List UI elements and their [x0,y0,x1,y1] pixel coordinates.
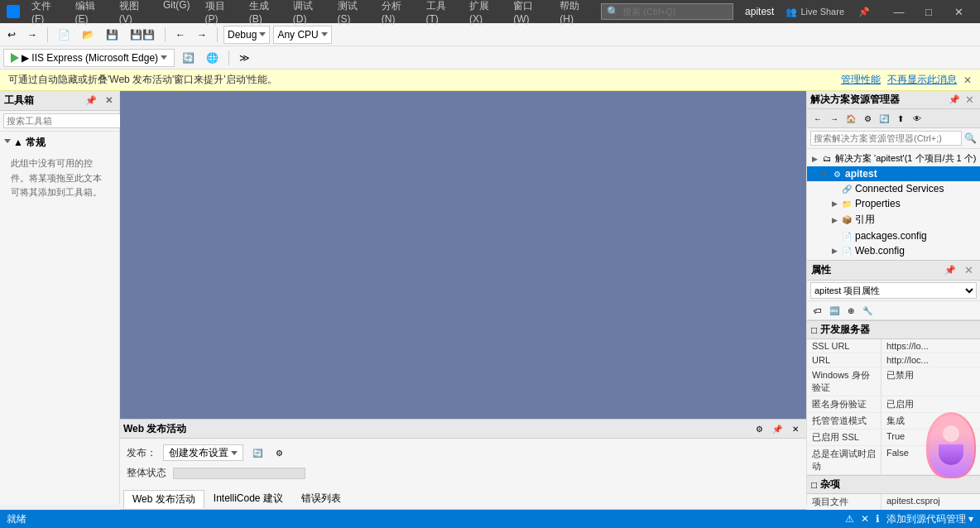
menu-git[interactable]: Git(G) [156,0,197,26]
menu-project[interactable]: 项目(P) [199,0,241,26]
menu-window[interactable]: 窗口(W) [507,0,551,26]
se-pkg-label: packages.config [855,230,927,242]
save-all-button[interactable]: 💾💾 [126,26,159,44]
bp-publish-row: 发布： 创建发布设置 🔄 ⚙ [127,442,800,463]
bp-overall-label: 整体状态 [127,466,166,480]
se-home-button[interactable]: 🏠 [843,111,858,126]
status-warning-icon: ⚠ [845,513,854,525]
global-search-box[interactable]: 🔍 [601,3,733,20]
se-references-node[interactable]: ▶ 📦 引用 [807,211,980,228]
se-web-config[interactable]: ▶ 📄 Web.config [807,243,980,258]
se-solution-icon: 🗂 [821,153,833,165]
toolbar-separator-3 [217,27,218,42]
props-object-select[interactable]: apitest 项目属性 [810,282,977,299]
browser-picker-button[interactable]: 🌐 [202,49,223,67]
props-delete-btn[interactable]: 🔧 [860,303,875,318]
se-search-input[interactable] [810,131,962,146]
tab-web-publish[interactable]: Web 发布活动 [123,490,204,508]
se-connected-services[interactable]: 🔗 Connected Services [807,181,980,196]
refresh-button[interactable]: 🔄 [178,49,199,67]
close-button[interactable]: ✕ [944,0,973,23]
menu-debug[interactable]: 调试(D) [286,0,329,26]
undo-button[interactable]: ↩ [3,26,20,44]
props-pin-button[interactable]: 📌 [942,264,958,276]
infobar-close-button[interactable]: ✕ [963,74,972,86]
open-button[interactable]: 📂 [78,26,98,44]
se-web-label: Web.config [855,245,905,257]
tab-error-list[interactable]: 错误列表 [292,489,350,507]
bp-close-button[interactable]: ✕ [788,421,803,436]
se-project-node[interactable]: ▼ ⚙ apitest [807,166,980,181]
menu-extensions[interactable]: 扩展(X) [463,0,505,26]
dismiss-link[interactable]: 不再显示此消息 [887,73,957,87]
bp-settings-button[interactable]: ⚙ [752,421,766,436]
search-input[interactable] [622,7,713,17]
pin-button[interactable]: 📌 [856,6,872,18]
props-close-button[interactable]: ✕ [962,263,976,277]
menu-test[interactable]: 测试(S) [331,0,373,26]
prop-ssl-url-name: SSL URL [807,339,882,353]
new-file-button[interactable]: 📄 [54,26,74,44]
live-share-label: Live Share [800,7,844,17]
bp-progress-bar [173,468,305,479]
se-settings-button[interactable]: ⚙ [860,111,875,126]
toolbox-close-button[interactable]: ✕ [103,94,115,107]
back-button[interactable]: ← [171,26,190,44]
live-share-button[interactable]: 👥 Live Share [779,2,851,21]
run-button[interactable]: ▶ IIS Express (Microsoft Edge) [3,49,175,67]
prop-ssl-enabled-name: 已启用 SSL [807,430,882,445]
maximize-button[interactable]: □ [914,0,944,23]
props-new-btn[interactable]: ⊕ [843,303,858,318]
prop-row-win-auth: Windows 身份验证 已禁用 [807,367,980,396]
se-close-button[interactable]: ✕ [963,93,977,107]
menu-file[interactable]: 文件(F) [25,0,67,26]
se-project-label: apitest [845,168,877,180]
menu-help[interactable]: 帮助(H) [553,0,596,26]
props-category-view-btn[interactable]: 🏷 [810,303,825,318]
add-to-source-control[interactable]: 添加到源代码管理 ▾ [886,512,973,526]
se-solution-root[interactable]: ▶ 🗂 解决方案 'apitest'(1 个项目/共 1 个) [807,151,980,166]
se-pin-button[interactable]: 📌 [946,94,963,106]
toolbox-search-input[interactable] [3,113,124,128]
info-bar: 可通过自动隐藏或折叠'Web 发布活动'窗口来提升'启动'性能。 管理性能 不再… [0,70,980,91]
bp-refresh-button[interactable]: 🔄 [250,445,265,460]
props-section-devserver-label: 开发服务器 [820,323,870,337]
app-icon [7,5,20,18]
save-button[interactable]: 💾 [102,26,122,44]
props-section-misc-collapse-icon: □ [811,479,817,491]
menu-view[interactable]: 视图(V) [113,0,155,26]
menu-edit[interactable]: 编辑(E) [69,0,111,26]
bp-pin-button[interactable]: 📌 [770,421,785,436]
menu-build[interactable]: 生成(B) [243,0,285,26]
tab-intellicode[interactable]: IntelliCode 建议 [204,489,292,507]
se-project-expand-icon: ▼ [820,170,829,178]
se-properties-node[interactable]: ▶ 📁 Properties [807,196,980,211]
properties-panel: 属性 📌 ✕ apitest 项目属性 🏷 🔤 ⊕ 🔧 □ 开发服务器 [807,261,980,527]
more-tools-button[interactable]: ≫ [235,49,254,67]
se-refresh-button[interactable]: 🔄 [877,111,891,126]
se-back-button[interactable]: ← [810,111,825,126]
menu-analyze[interactable]: 分析(N) [375,0,418,26]
toolbox-section-header[interactable]: ▲ 常规 [4,134,115,151]
redo-button[interactable]: → [23,26,41,44]
menu-tools[interactable]: 工具(T) [420,0,462,26]
se-packages-config[interactable]: 📄 packages.config [807,228,980,243]
se-collapse-button[interactable]: ⬆ [893,111,908,126]
toolbox-search-bar: 🔍 [0,111,119,132]
manage-perf-link[interactable]: 管理性能 [841,73,881,87]
toolbar-separator [47,27,48,42]
platform-dropdown[interactable]: Any CPU [273,26,331,44]
forward-button[interactable]: → [193,26,211,44]
props-alpha-view-btn[interactable]: 🔤 [827,303,842,318]
toolbox-pin-button[interactable]: 📌 [83,94,99,107]
minimize-button[interactable]: — [884,0,914,23]
se-forward-button[interactable]: → [827,111,842,126]
bp-publish-dropdown[interactable]: 创建发布设置 [163,444,243,461]
se-ref-expand-icon: ▶ [830,216,838,224]
prop-row-ssl-url: SSL URL https://lo... [807,339,980,353]
props-action-toolbar: 🏷 🔤 ⊕ 🔧 [807,301,980,320]
bp-gear-button[interactable]: ⚙ [271,445,286,460]
bp-publish-option: 创建发布设置 [169,446,228,460]
se-show-all-button[interactable]: 👁 [910,111,925,126]
config-dropdown[interactable]: Debug [223,26,270,44]
